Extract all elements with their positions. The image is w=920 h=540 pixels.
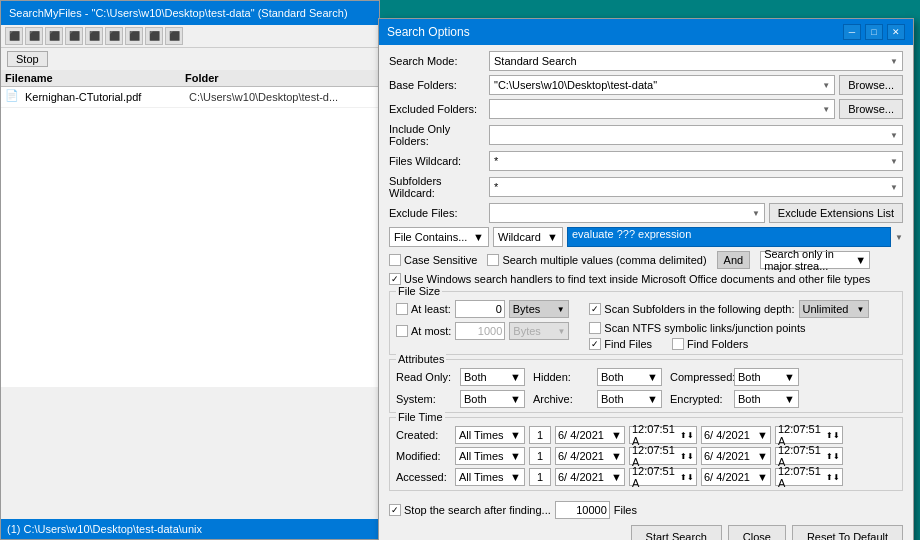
expression-input[interactable]: evaluate ??? expression [567,227,891,247]
scan-ntfs-checkbox[interactable]: Scan NTFS symbolic links/junction points [589,322,805,334]
find-folders-checkbox[interactable]: Find Folders [672,338,748,350]
modified-date2-value: 6/ 4/2021 [704,450,750,462]
modified-num[interactable] [529,447,551,465]
system-combo[interactable]: Both ▼ [460,390,525,408]
col-folder: Folder [185,72,375,84]
include-only-combo[interactable]: ▼ [489,125,903,145]
toolbar-btn-7[interactable]: ⬛ [125,27,143,45]
search-mode-label: Search Mode: [389,55,489,67]
stop-button[interactable]: Stop [7,51,48,67]
accessed-combo[interactable]: All Times ▼ [455,468,525,486]
created-time2[interactable]: 12:07:51 A ⬆⬇ [775,426,843,444]
encrypted-combo[interactable]: Both ▼ [734,390,799,408]
base-folders-combo[interactable]: "C:\Users\w10\Desktop\test-data" ▼ [489,75,835,95]
modified-date2[interactable]: 6/ 4/2021 ▼ [701,447,771,465]
files-wildcard-combo[interactable]: * ▼ [489,151,903,171]
atmost-checkbox[interactable]: At most: [396,325,451,337]
exclude-ext-button[interactable]: Exclude Extensions List [769,203,903,223]
handlers-checkbox[interactable]: Use Windows search handlers to find text… [389,273,870,285]
encrypted-value: Both [738,393,761,405]
toolbar-btn-8[interactable]: ⬛ [145,27,163,45]
base-folders-value: "C:\Users\w10\Desktop\test-data" [494,79,657,91]
accessed-num[interactable] [529,468,551,486]
scan-depth-combo[interactable]: Unlimited ▼ [799,300,869,318]
atmost-unit-combo[interactable]: Bytes ▼ [509,322,569,340]
stop-after-input[interactable] [555,501,610,519]
toolbar-btn-2[interactable]: ⬛ [25,27,43,45]
atleast-unit-combo[interactable]: Bytes ▼ [509,300,569,318]
close-button[interactable]: ✕ [887,24,905,40]
archive-combo[interactable]: Both ▼ [597,390,662,408]
toolbar-btn-4[interactable]: ⬛ [65,27,83,45]
exclude-files-combo[interactable]: ▼ [489,203,765,223]
subfolders-wildcard-arrow: ▼ [890,183,898,192]
created-date2[interactable]: 6/ 4/2021 ▼ [701,426,771,444]
modified-time1[interactable]: 12:07:51 A ⬆⬇ [629,447,697,465]
hidden-combo[interactable]: Both ▼ [597,368,662,386]
search-mode-arrow: ▼ [890,57,898,66]
base-folders-row: Base Folders: "C:\Users\w10\Desktop\test… [389,75,903,95]
filesize-content: At least: Bytes ▼ [396,296,896,350]
modified-combo[interactable]: All Times ▼ [455,447,525,465]
subfolders-wildcard-value: * [494,181,498,193]
case-sensitive-checkbox[interactable]: Case Sensitive [389,254,477,266]
maximize-button[interactable]: □ [865,24,883,40]
minimize-button[interactable]: ─ [843,24,861,40]
hidden-value: Both [601,371,624,383]
toolbar-btn-1[interactable]: ⬛ [5,27,23,45]
dialog-title: Search Options [387,25,470,39]
file-contains-combo[interactable]: File Contains... ▼ [389,227,489,247]
browse-button-2[interactable]: Browse... [839,99,903,119]
reset-button[interactable]: Reset To Default [792,525,903,540]
toolbar-btn-5[interactable]: ⬛ [85,27,103,45]
search-only-combo[interactable]: Search only in major strea... ▼ [760,251,870,269]
modified-time2[interactable]: 12:07:51 A ⬆⬇ [775,447,843,465]
atleast-unit-value: Bytes [513,303,541,315]
atmost-input[interactable] [455,322,505,340]
accessed-date1[interactable]: 6/ 4/2021 ▼ [555,468,625,486]
atleast-input[interactable] [455,300,505,318]
browse-button-1[interactable]: Browse... [839,75,903,95]
created-time1[interactable]: 12:07:51 A ⬆⬇ [629,426,697,444]
created-date1[interactable]: 6/ 4/2021 ▼ [555,426,625,444]
close-dialog-button[interactable]: Close [728,525,786,540]
find-files-checkbox[interactable]: Find Files [589,338,652,350]
atmost-unit-arrow: ▼ [557,327,565,336]
toolbar-btn-6[interactable]: ⬛ [105,27,123,45]
search-multiple-checkbox[interactable]: Search multiple values (comma delimited) [487,254,706,266]
subfolders-wildcard-combo[interactable]: * ▼ [489,177,903,197]
file-name: Kernighan-CTutorial.pdf [25,91,189,103]
atleast-checkbox[interactable]: At least: [396,303,451,315]
created-combo[interactable]: All Times ▼ [455,426,525,444]
modified-date1[interactable]: 6/ 4/2021 ▼ [555,447,625,465]
created-num[interactable] [529,426,551,444]
search-mode-combo[interactable]: Standard Search ▼ [489,51,903,71]
toolbar-btn-3[interactable]: ⬛ [45,27,63,45]
and-button[interactable]: And [717,251,751,269]
readonly-combo[interactable]: Both ▼ [460,368,525,386]
checkboxes-row: Case Sensitive Search multiple values (c… [389,251,903,269]
base-folders-field: "C:\Users\w10\Desktop\test-data" ▼ Brows… [489,75,903,95]
accessed-time1[interactable]: 12:07:51 A ⬆⬇ [629,468,697,486]
scan-depth-value: Unlimited [803,303,849,315]
accessed-time2[interactable]: 12:07:51 A ⬆⬇ [775,468,843,486]
system-label: System: [396,393,456,405]
scan-subfolders-checkbox[interactable]: Scan Subfolders in the following depth: [589,303,794,315]
created-value: All Times [459,429,504,441]
atleast-label: At least: [411,303,451,315]
find-row: Find Files Find Folders [589,338,896,350]
wildcard-combo[interactable]: Wildcard ▼ [493,227,563,247]
toolbar-btn-9[interactable]: ⬛ [165,27,183,45]
files-wildcard-value: * [494,155,498,167]
stop-after-label: Stop the search after finding... [404,504,551,516]
titlebar-buttons: ─ □ ✕ [843,24,905,40]
accessed-date2[interactable]: 6/ 4/2021 ▼ [701,468,771,486]
stop-after-checkbox[interactable]: Stop the search after finding... [389,504,551,516]
list-item[interactable]: 📄 Kernighan-CTutorial.pdf C:\Users\w10\D… [1,87,379,108]
start-search-button[interactable]: Start Search [631,525,722,540]
excluded-folders-combo[interactable]: ▼ [489,99,835,119]
scan-depth-arrow: ▼ [857,305,865,314]
include-only-label: Include Only Folders: [389,123,489,147]
created-row: Created: All Times ▼ 6/ 4/2021 ▼ [396,426,896,444]
compressed-combo[interactable]: Both ▼ [734,368,799,386]
